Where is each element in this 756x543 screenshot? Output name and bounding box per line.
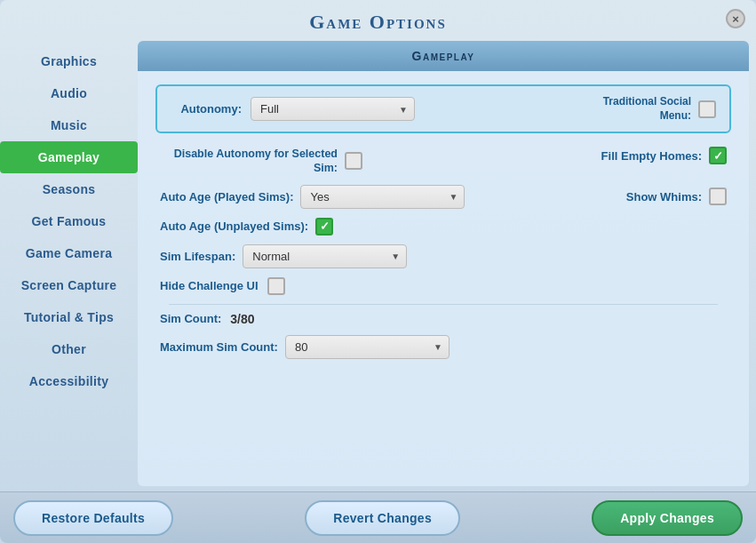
autonomy-box: Autonomy: Full High Medium Low None <box>155 84 731 133</box>
disable-autonomy-checkbox[interactable] <box>345 152 362 170</box>
row-sim-count: Sim Count: 3/80 <box>151 312 736 326</box>
sim-count-setting: Sim Count: 3/80 <box>160 312 549 326</box>
max-sim-count-dropdown[interactable]: 20 40 60 80 100 <box>285 335 450 359</box>
sidebar-item-accessibility[interactable]: Accessibility <box>0 365 138 397</box>
page-title: Game Options <box>0 11 756 34</box>
disable-autonomy-setting: Disable Autonomy for Selected Sim: <box>160 147 549 176</box>
sidebar-item-get-famous[interactable]: Get Famous <box>0 205 138 237</box>
fill-empty-homes-setting: Fill Empty Homes: <box>601 147 727 164</box>
hide-challenge-checkbox[interactable] <box>267 277 285 295</box>
sim-lifespan-setting: Sim Lifespan: Short Normal Long Epic <box>160 244 549 268</box>
row-max-sim-count: Maximum Sim Count: 20 40 60 80 100 <box>151 335 736 359</box>
section-title: Gameplay <box>412 49 475 63</box>
fill-empty-homes-label: Fill Empty Homes: <box>601 149 702 163</box>
autonomy-dropdown[interactable]: Full High Medium Low None <box>251 97 415 121</box>
sim-lifespan-label: Sim Lifespan: <box>160 250 235 263</box>
apply-changes-button[interactable]: Apply Changes <box>592 500 743 536</box>
autonomy-dropdown-wrapper: Full High Medium Low None <box>251 97 415 121</box>
max-sim-count-dropdown-wrapper: 20 40 60 80 100 <box>285 335 450 359</box>
col-left-4: Sim Lifespan: Short Normal Long Epic <box>160 244 549 268</box>
auto-age-unplayed-setting: Auto Age (Unplayed Sims): <box>160 218 549 236</box>
row-auto-age-played: Auto Age (Played Sims): Yes No Show Wh <box>151 185 736 209</box>
section-header: Gameplay <box>138 41 749 71</box>
sidebar-item-gameplay[interactable]: Gameplay <box>0 141 138 173</box>
main-container: Game Options × Graphics Audio Music Game… <box>0 0 756 543</box>
show-whims-setting: Show Whims: <box>626 188 727 205</box>
auto-age-played-dropdown-wrapper: Yes No <box>300 185 465 209</box>
restore-defaults-button[interactable]: Restore Defaults <box>13 500 173 536</box>
col-left-6: Sim Count: 3/80 <box>160 312 549 326</box>
col-right-2: Show Whims: <box>549 188 727 205</box>
col-left-1: Disable Autonomy for Selected Sim: <box>160 147 549 176</box>
auto-age-played-dropdown[interactable]: Yes No <box>300 185 465 209</box>
sim-count-label: Sim Count: <box>160 312 221 325</box>
sidebar-item-game-camera[interactable]: Game Camera <box>0 237 138 269</box>
autonomy-label: Autonomy: <box>171 102 242 116</box>
col-left-7: Maximum Sim Count: 20 40 60 80 100 <box>160 335 549 359</box>
col-left-5: Hide Challenge UI <box>160 277 549 295</box>
show-whims-checkbox[interactable] <box>709 188 727 205</box>
traditional-social-menu-checkbox[interactable] <box>698 100 716 118</box>
sidebar-item-seasons[interactable]: Seasons <box>0 173 138 205</box>
hide-challenge-setting: Hide Challenge UI <box>160 277 549 295</box>
sidebar-item-audio[interactable]: Audio <box>0 77 138 109</box>
sidebar-item-graphics[interactable]: Graphics <box>0 45 138 77</box>
sidebar-item-screen-capture[interactable]: Screen Capture <box>0 269 138 301</box>
row-hide-challenge: Hide Challenge UI <box>151 277 736 295</box>
col-left-3: Auto Age (Unplayed Sims): <box>160 218 549 236</box>
auto-age-unplayed-label: Auto Age (Unplayed Sims): <box>160 220 308 233</box>
sim-lifespan-dropdown-wrapper: Short Normal Long Epic <box>243 244 407 268</box>
title-bar: Game Options × <box>0 0 756 41</box>
row-sim-lifespan: Sim Lifespan: Short Normal Long Epic <box>151 244 736 268</box>
revert-changes-button[interactable]: Revert Changes <box>305 500 460 536</box>
auto-age-played-label: Auto Age (Played Sims): <box>160 190 293 204</box>
traditional-social-menu-label: Traditional SocialMenu: <box>603 95 691 123</box>
col-left-2: Auto Age (Played Sims): Yes No <box>160 185 549 209</box>
show-whims-label: Show Whims: <box>626 190 702 204</box>
row-auto-age-unplayed: Auto Age (Unplayed Sims): <box>151 218 736 236</box>
hide-challenge-label: Hide Challenge UI <box>160 279 259 292</box>
max-sim-count-label: Maximum Sim Count: <box>160 340 278 354</box>
sim-lifespan-dropdown[interactable]: Short Normal Long Epic <box>243 244 407 268</box>
sidebar-item-tutorial-tips[interactable]: Tutorial & Tips <box>0 301 138 333</box>
divider <box>169 304 718 305</box>
disable-autonomy-label: Disable Autonomy for Selected Sim: <box>160 147 338 176</box>
sidebar-item-other[interactable]: Other <box>0 333 138 365</box>
bottom-bar: Restore Defaults Revert Changes Apply Ch… <box>0 491 756 543</box>
auto-age-played-setting: Auto Age (Played Sims): Yes No <box>160 185 549 209</box>
max-sim-count-setting: Maximum Sim Count: 20 40 60 80 100 <box>160 335 549 359</box>
sidebar-item-music[interactable]: Music <box>0 109 138 141</box>
close-button[interactable]: × <box>726 9 745 28</box>
settings-area: Disable Autonomy for Selected Sim: Fill … <box>138 147 749 359</box>
sim-count-value: 3/80 <box>230 312 254 326</box>
fill-empty-homes-checkbox[interactable] <box>709 147 727 164</box>
sidebar: Graphics Audio Music Gameplay Seasons Ge… <box>0 41 138 486</box>
row-disable-autonomy: Disable Autonomy for Selected Sim: Fill … <box>151 147 736 176</box>
auto-age-unplayed-checkbox[interactable] <box>315 218 333 236</box>
col-right-1: Fill Empty Homes: <box>549 147 727 164</box>
main-panel: Gameplay Autonomy: Full High Medium Low <box>138 41 749 486</box>
content-area: Graphics Audio Music Gameplay Seasons Ge… <box>0 41 756 486</box>
